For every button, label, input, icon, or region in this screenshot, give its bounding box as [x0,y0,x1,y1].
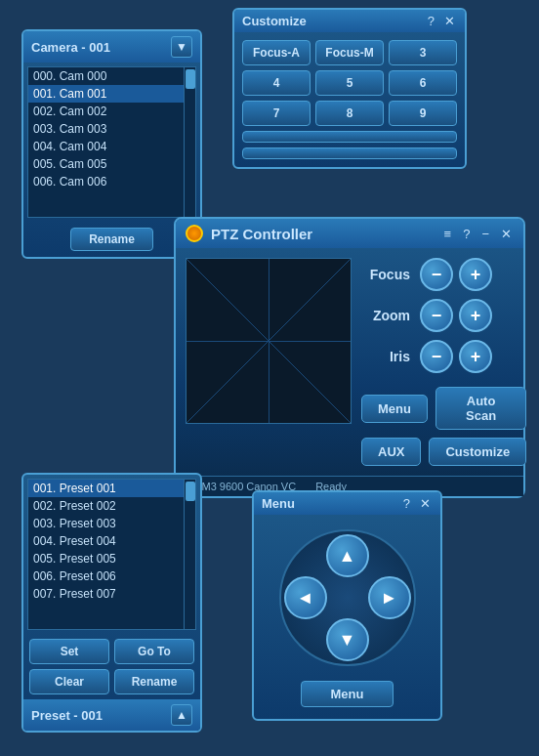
right-arrow-icon: ► [381,588,398,609]
menu-bottom-button[interactable]: Menu [301,681,394,707]
list-item[interactable]: 002. Cam 002 [28,103,195,120]
dpad-down-button[interactable]: ▼ [326,618,369,661]
ptz-titlebar: PTZ Controller ≡ ? − ✕ [176,219,523,248]
camera-title: Camera - 001 [31,40,110,55]
ptz-minimize-button[interactable]: − [479,227,491,241]
menu-bottom-container: Menu [254,681,440,719]
iris-label: Iris [361,349,410,364]
focus-minus-button[interactable]: − [420,258,453,291]
iris-control-row: Iris − + [361,340,526,373]
customize-focus-m-button[interactable]: Focus-M [315,40,384,65]
customize-btn-3[interactable]: 3 [389,40,457,65]
ptz-viewport[interactable] [186,258,352,424]
list-item[interactable]: 003. Preset 003 [28,515,195,532]
customize-help-button[interactable]: ? [426,14,436,28]
preset-rename-button[interactable]: Rename [114,669,194,694]
iris-minus-button[interactable]: − [420,340,453,373]
ptz-menu-button[interactable]: Menu [361,395,428,423]
up-arrow-icon: ▲ [339,546,356,567]
list-item[interactable]: 000. Cam 000 [28,67,195,85]
preset-window: 001. Preset 001 002. Preset 002 003. Pre… [21,473,202,733]
list-item[interactable]: 002. Preset 002 [28,497,195,515]
list-item[interactable]: 003. Cam 003 [28,120,195,138]
customize-btn-8[interactable]: 8 [315,101,384,126]
customize-btn-wide-1[interactable] [242,131,457,143]
dpad-up-button[interactable]: ▲ [326,534,369,577]
preset-up-button[interactable]: ▲ [171,704,192,726]
customize-titlebar: Customize ? ✕ [234,10,465,32]
menu-title: Menu [262,496,295,511]
customize-btn-wide-2[interactable] [242,147,457,159]
ptz-settings-icon[interactable]: ≡ [442,227,454,241]
zoom-control-row: Zoom − + [361,299,526,332]
dpad-left-button[interactable]: ◄ [284,576,327,619]
focus-plus-button[interactable]: + [459,258,492,291]
scrollbar-thumb [186,69,195,89]
ptz-action-buttons: Menu Auto Scan [361,387,526,430]
ptz-close-button[interactable]: ✕ [499,227,514,241]
ptz-window: PTZ Controller ≡ ? − ✕ Focus − + Zoom − … [174,217,525,498]
preset-set-button[interactable]: Set [29,639,109,664]
ptz-action-buttons-2: AUX Customize [361,438,526,466]
menu-help-button[interactable]: ? [401,496,412,511]
ptz-diagonal-2 [187,259,351,423]
dpad-right-button[interactable]: ► [368,576,411,619]
list-item[interactable]: 005. Cam 005 [28,155,195,173]
ptz-help-button[interactable]: ? [461,227,472,241]
left-arrow-icon: ◄ [297,588,314,609]
zoom-minus-button[interactable]: − [420,299,453,332]
ptz-content: Focus − + Zoom − + Iris − + [176,248,523,476]
customize-btn-7[interactable]: 7 [242,101,311,126]
camera-dropdown-button[interactable]: ▼ [171,36,192,58]
focus-buttons: − + [420,258,492,291]
list-item[interactable]: 007. Preset 007 [28,585,195,603]
menu-titlebar: Menu ? ✕ [254,492,440,515]
zoom-label: Zoom [361,308,410,323]
customize-focus-a-button[interactable]: Focus-A [242,40,311,65]
scrollbar-thumb [186,482,195,501]
ptz-customize-button[interactable]: Customize [429,438,526,466]
iris-plus-button[interactable]: + [459,340,492,373]
list-item[interactable]: 001. Preset 001 [28,480,195,497]
zoom-plus-button[interactable]: + [459,299,492,332]
list-item[interactable]: 004. Preset 004 [28,532,195,550]
customize-title: Customize [242,14,307,28]
preset-clear-button[interactable]: Clear [29,669,109,694]
ptz-controls: Focus − + Zoom − + Iris − + [361,258,526,466]
customize-close-button[interactable]: ✕ [442,14,457,28]
preset-title: Preset - 001 [31,708,103,723]
focus-control-row: Focus − + [361,258,526,291]
ptz-aux-button[interactable]: AUX [361,438,421,466]
menu-close-button[interactable]: ✕ [418,496,433,511]
menu-dpad-container: ▲ ▼ ◄ ► [254,515,440,681]
camera-rename-button[interactable]: Rename [70,228,153,251]
list-item[interactable]: 006. Cam 006 [28,173,195,190]
preset-goto-button[interactable]: Go To [114,639,194,664]
list-item[interactable]: 001. Cam 001 [28,85,195,103]
preset-scrollbar[interactable] [184,480,195,629]
focus-label: Focus [361,267,410,282]
menu-titlebar-buttons: ? ✕ [401,496,433,511]
customize-window: Customize ? ✕ Focus-A Focus-M 3 4 5 6 7 … [232,8,467,169]
list-item[interactable]: 005. Preset 005 [28,550,195,567]
preset-buttons: Set Go To Clear Rename [23,634,200,699]
list-item[interactable]: 004. Cam 004 [28,138,195,155]
preset-titlebar-bottom: Preset - 001 ▲ [23,699,200,731]
ptz-autoscan-button[interactable]: Auto Scan [435,387,526,430]
camera-scrollbar[interactable] [184,67,195,217]
customize-btn-9[interactable]: 9 [389,101,457,126]
zoom-buttons: − + [420,299,492,332]
iris-buttons: − + [420,340,492,373]
dpad: ▲ ▼ ◄ ► [279,529,416,666]
customize-btn-6[interactable]: 6 [389,70,457,96]
camera-titlebar: Camera - 001 ▼ [23,31,200,63]
camera-list[interactable]: 000. Cam 000 001. Cam 001 002. Cam 002 0… [27,66,196,218]
list-item[interactable]: 006. Preset 006 [28,567,195,585]
customize-content: Focus-A Focus-M 3 4 5 6 7 8 9 [234,32,465,167]
customize-btn-5[interactable]: 5 [315,70,384,96]
preset-list[interactable]: 001. Preset 001 002. Preset 002 003. Pre… [27,479,196,630]
menu-window: Menu ? ✕ ▲ ▼ ◄ ► Menu [252,490,442,721]
customize-titlebar-buttons: ? ✕ [426,14,457,28]
customize-btn-4[interactable]: 4 [242,70,311,96]
ptz-title: PTZ Controller [211,226,435,242]
